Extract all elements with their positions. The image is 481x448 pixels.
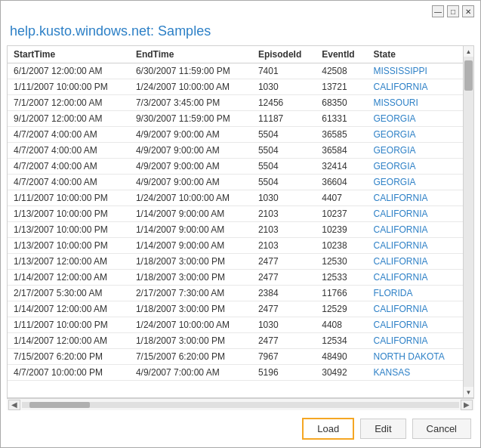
dialog-title: help.kusto.windows.net: Samples bbox=[1, 22, 480, 45]
table-row: 1/11/2007 10:00:00 PM1/24/2007 10:00:00 … bbox=[8, 317, 463, 333]
table-cell: 12534 bbox=[316, 333, 367, 349]
minimize-button[interactable]: — bbox=[432, 5, 444, 17]
table-cell: 4/9/2007 9:00:00 AM bbox=[130, 143, 252, 159]
scroll-track-horizontal[interactable] bbox=[22, 402, 459, 408]
table-cell: 42508 bbox=[316, 63, 367, 79]
table-cell: 1030 bbox=[252, 190, 316, 206]
scroll-thumb-vertical[interactable] bbox=[464, 60, 473, 91]
table-row: 1/11/2007 10:00:00 PM1/24/2007 10:00:00 … bbox=[8, 190, 463, 206]
table-cell: 1030 bbox=[252, 79, 316, 95]
close-button[interactable]: ✕ bbox=[462, 5, 474, 17]
vertical-scrollbar[interactable]: ▲ ▼ bbox=[463, 46, 473, 397]
table-cell: 7/3/2007 3:45:00 PM bbox=[130, 95, 252, 111]
table-cell: CALIFORNIA bbox=[368, 317, 463, 333]
table-cell: 61331 bbox=[316, 111, 367, 127]
table-cell: 1/14/2007 9:00:00 AM bbox=[130, 238, 252, 254]
table-cell: CALIFORNIA bbox=[368, 79, 463, 95]
table-row: 1/14/2007 12:00:00 AM1/18/2007 3:00:00 P… bbox=[8, 333, 463, 349]
table-cell: 2103 bbox=[252, 206, 316, 222]
table-cell: 2103 bbox=[252, 238, 316, 254]
table-cell: 1/14/2007 12:00:00 AM bbox=[8, 270, 130, 286]
title-bar: — □ ✕ bbox=[1, 1, 480, 22]
table-row: 1/11/2007 10:00:00 PM1/24/2007 10:00:00 … bbox=[8, 79, 463, 95]
table-cell: 12530 bbox=[316, 254, 367, 270]
table-cell: 48490 bbox=[316, 349, 367, 365]
col-eventid: EventId bbox=[316, 46, 367, 63]
table-cell: 12529 bbox=[316, 301, 367, 317]
table-cell: GEORGIA bbox=[368, 127, 463, 143]
cancel-button[interactable]: Cancel bbox=[412, 419, 471, 439]
table-cell: MISSISSIPPI bbox=[368, 63, 463, 79]
table-row: 7/15/2007 6:20:00 PM7/15/2007 6:20:00 PM… bbox=[8, 349, 463, 365]
table-cell: 4/7/2007 4:00:00 AM bbox=[8, 127, 130, 143]
table-row: 4/7/2007 4:00:00 AM4/9/2007 9:00:00 AM55… bbox=[8, 175, 463, 190]
table-cell: 2477 bbox=[252, 301, 316, 317]
table-cell: 10239 bbox=[316, 222, 367, 238]
table-cell: 5504 bbox=[252, 127, 316, 143]
maximize-button[interactable]: □ bbox=[447, 5, 459, 17]
table-cell: NORTH DAKOTA bbox=[368, 349, 463, 365]
col-starttime: StartTime bbox=[8, 46, 130, 63]
table-cell: 6/30/2007 11:59:00 PM bbox=[130, 63, 252, 79]
table-row: 1/14/2007 12:00:00 AM1/18/2007 3:00:00 P… bbox=[8, 270, 463, 286]
table-cell: 5504 bbox=[252, 159, 316, 175]
table-cell: 2477 bbox=[252, 254, 316, 270]
table-cell: CALIFORNIA bbox=[368, 301, 463, 317]
table-row: 2/17/2007 5:30:00 AM2/17/2007 7:30:00 AM… bbox=[8, 286, 463, 301]
table-cell: 1/13/2007 10:00:00 PM bbox=[8, 222, 130, 238]
table-cell: 1/11/2007 10:00:00 PM bbox=[8, 317, 130, 333]
table-cell: 1/14/2007 9:00:00 AM bbox=[130, 222, 252, 238]
edit-button[interactable]: Edit bbox=[360, 419, 405, 439]
table-cell: 6/1/2007 12:00:00 AM bbox=[8, 63, 130, 79]
table-cell: 9/30/2007 11:59:00 PM bbox=[130, 111, 252, 127]
table-cell: CALIFORNIA bbox=[368, 206, 463, 222]
table-row: 1/14/2007 12:00:00 AM1/18/2007 3:00:00 P… bbox=[8, 301, 463, 317]
table-row: 1/13/2007 10:00:00 PM1/14/2007 9:00:00 A… bbox=[8, 238, 463, 254]
table-row: 9/1/2007 12:00:00 AM9/30/2007 11:59:00 P… bbox=[8, 111, 463, 127]
scroll-right-arrow[interactable]: ▶ bbox=[461, 400, 473, 410]
footer: Load Edit Cancel bbox=[1, 410, 480, 447]
table-cell: CALIFORNIA bbox=[368, 270, 463, 286]
table-cell: 5504 bbox=[252, 143, 316, 159]
table-cell: 1/18/2007 3:00:00 PM bbox=[130, 301, 252, 317]
table-cell: KANSAS bbox=[368, 365, 463, 381]
table-cell: 11187 bbox=[252, 111, 316, 127]
scroll-thumb-horizontal[interactable] bbox=[29, 402, 90, 408]
table-cell: GEORGIA bbox=[368, 143, 463, 159]
table-cell: 32414 bbox=[316, 159, 367, 175]
table-cell: 4/7/2007 4:00:00 AM bbox=[8, 159, 130, 175]
table-cell: 1/11/2007 10:00:00 PM bbox=[8, 190, 130, 206]
table-cell: 4/9/2007 9:00:00 AM bbox=[130, 159, 252, 175]
table-scroll[interactable]: StartTime EndTime EpisodeId EventId Stat… bbox=[8, 46, 463, 397]
scroll-left-arrow[interactable]: ◀ bbox=[8, 400, 20, 410]
table-row: 4/7/2007 4:00:00 AM4/9/2007 9:00:00 AM55… bbox=[8, 127, 463, 143]
table-cell: 9/1/2007 12:00:00 AM bbox=[8, 111, 130, 127]
col-state: State bbox=[368, 46, 463, 63]
scroll-up-arrow[interactable]: ▲ bbox=[464, 46, 473, 57]
table-cell: 36604 bbox=[316, 175, 367, 190]
table-cell: 4/7/2007 10:00:00 PM bbox=[8, 365, 130, 381]
load-button[interactable]: Load bbox=[302, 418, 354, 440]
table-cell: GEORGIA bbox=[368, 175, 463, 190]
horizontal-scrollbar[interactable]: ◀ ▶ bbox=[7, 398, 474, 410]
table-cell: 2477 bbox=[252, 333, 316, 349]
col-episodeid: EpisodeId bbox=[252, 46, 316, 63]
scroll-down-arrow[interactable]: ▼ bbox=[464, 387, 473, 397]
table-cell: 7401 bbox=[252, 63, 316, 79]
table-cell: 1/14/2007 9:00:00 AM bbox=[130, 206, 252, 222]
table-cell: 5504 bbox=[252, 175, 316, 190]
window-controls: — □ ✕ bbox=[432, 5, 474, 17]
table-cell: 7/15/2007 6:20:00 PM bbox=[8, 349, 130, 365]
table-row: 4/7/2007 4:00:00 AM4/9/2007 9:00:00 AM55… bbox=[8, 159, 463, 175]
scroll-track-vertical[interactable] bbox=[464, 57, 473, 387]
table-cell: 7967 bbox=[252, 349, 316, 365]
table-cell: 1/13/2007 12:00:00 AM bbox=[8, 254, 130, 270]
table-cell: 36584 bbox=[316, 143, 367, 159]
table-cell: 4/9/2007 9:00:00 AM bbox=[130, 175, 252, 190]
table-cell: 4408 bbox=[316, 317, 367, 333]
table-cell: 1/14/2007 12:00:00 AM bbox=[8, 333, 130, 349]
table-row: 7/1/2007 12:00:00 AM7/3/2007 3:45:00 PM1… bbox=[8, 95, 463, 111]
table-row: 1/13/2007 10:00:00 PM1/14/2007 9:00:00 A… bbox=[8, 206, 463, 222]
table-header-row: StartTime EndTime EpisodeId EventId Stat… bbox=[8, 46, 463, 63]
table-cell: 1/24/2007 10:00:00 AM bbox=[130, 79, 252, 95]
